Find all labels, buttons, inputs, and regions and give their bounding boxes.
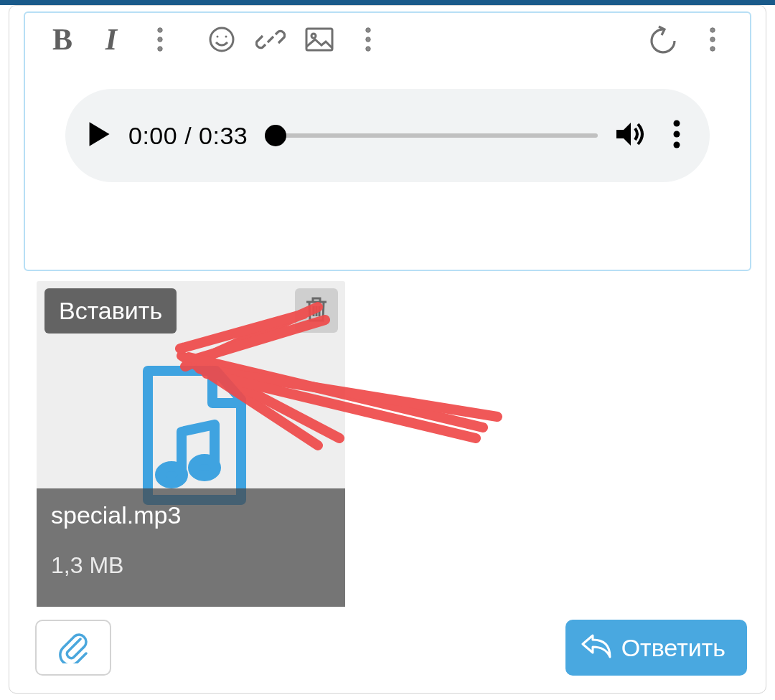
more-actions-button[interactable] bbox=[688, 19, 737, 60]
svg-point-16 bbox=[674, 120, 680, 127]
svg-point-1 bbox=[158, 37, 162, 42]
emoji-button[interactable] bbox=[197, 19, 246, 60]
play-button[interactable] bbox=[87, 120, 111, 151]
paperclip-icon bbox=[57, 629, 89, 666]
attach-file-button[interactable] bbox=[35, 620, 111, 676]
svg-point-18 bbox=[674, 142, 680, 148]
audio-player: 0:00 / 0:33 bbox=[65, 89, 710, 182]
attachment-filename: special.mp3 bbox=[51, 501, 331, 529]
editor-area[interactable]: B I bbox=[24, 11, 751, 271]
more-formatting-button[interactable] bbox=[136, 19, 184, 60]
svg-marker-14 bbox=[90, 122, 110, 146]
svg-point-5 bbox=[225, 36, 227, 38]
audio-player-container: 0:00 / 0:33 bbox=[65, 89, 710, 182]
compose-footer: Ответить bbox=[9, 614, 766, 693]
audio-seek-slider[interactable] bbox=[265, 128, 598, 143]
svg-marker-15 bbox=[616, 123, 631, 146]
svg-point-17 bbox=[674, 131, 680, 138]
editor-toolbar: B I bbox=[25, 13, 750, 66]
svg-point-3 bbox=[210, 28, 233, 51]
insert-button[interactable]: Вставить bbox=[44, 288, 177, 334]
svg-point-0 bbox=[158, 28, 162, 32]
svg-point-2 bbox=[158, 47, 162, 51]
link-button[interactable] bbox=[246, 19, 295, 60]
more-insert-button[interactable] bbox=[344, 19, 393, 60]
audio-menu-button[interactable] bbox=[672, 119, 681, 152]
audio-seek-thumb[interactable] bbox=[265, 125, 286, 146]
reply-button-label: Ответить bbox=[621, 634, 725, 662]
svg-point-19 bbox=[160, 466, 183, 483]
svg-point-8 bbox=[366, 28, 370, 32]
svg-point-9 bbox=[366, 37, 370, 42]
attachment-info: special.mp3 1,3 MB bbox=[37, 488, 345, 607]
svg-point-7 bbox=[311, 34, 316, 38]
attachment-card: Вставить special.mp3 1,3 MB bbox=[37, 281, 345, 607]
trash-icon bbox=[304, 295, 329, 326]
svg-point-13 bbox=[710, 47, 715, 51]
undo-button[interactable] bbox=[639, 19, 688, 60]
italic-button[interactable]: I bbox=[87, 19, 136, 60]
bold-button[interactable]: B bbox=[38, 19, 87, 60]
delete-attachment-button[interactable] bbox=[295, 288, 338, 333]
svg-point-12 bbox=[710, 37, 715, 42]
reply-icon bbox=[581, 631, 611, 664]
svg-point-10 bbox=[366, 47, 370, 51]
svg-point-4 bbox=[217, 36, 219, 38]
audio-duration: 0:33 bbox=[199, 122, 248, 149]
app-header-bar bbox=[0, 0, 775, 5]
audio-time-display: 0:00 / 0:33 bbox=[128, 122, 248, 150]
compose-panel: B I bbox=[9, 5, 766, 694]
audio-current-time: 0:00 bbox=[128, 122, 177, 149]
volume-button[interactable] bbox=[615, 120, 647, 151]
svg-point-20 bbox=[193, 459, 216, 476]
reply-button[interactable]: Ответить bbox=[565, 620, 747, 676]
image-button[interactable] bbox=[295, 19, 344, 60]
svg-rect-6 bbox=[306, 29, 332, 50]
attachment-filesize: 1,3 MB bbox=[51, 552, 331, 579]
svg-point-11 bbox=[710, 28, 715, 32]
